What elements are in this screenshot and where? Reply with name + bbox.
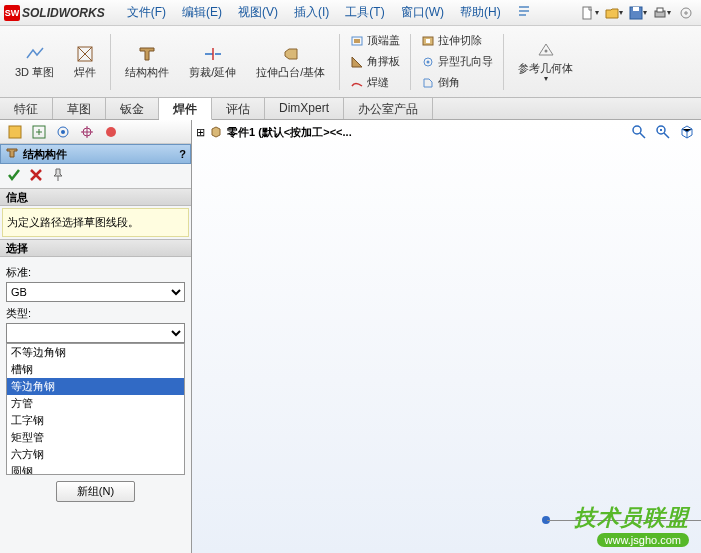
ribbon-end-cap[interactable]: 顶端盖 xyxy=(345,30,405,51)
save-button[interactable]: ▾ xyxy=(627,3,649,23)
dimxpert-tab[interactable] xyxy=(78,123,96,141)
ribbon-3d-sketch[interactable]: 3D 草图 xyxy=(6,31,63,93)
menu-insert[interactable]: 插入(I) xyxy=(286,0,337,25)
separator xyxy=(339,34,340,90)
cancel-button[interactable] xyxy=(28,167,44,186)
tree-expand-button[interactable]: ⊞ xyxy=(196,126,205,139)
ribbon-label: 参考几何体 xyxy=(518,62,573,74)
ribbon-extrude-boss[interactable]: 拉伸凸台/基体 xyxy=(247,31,334,93)
tab-office[interactable]: 办公室产品 xyxy=(344,98,433,119)
more-button[interactable] xyxy=(675,3,697,23)
ribbon-chamfer[interactable]: 倒角 xyxy=(416,72,498,93)
ribbon-label: 焊件 xyxy=(74,66,96,78)
zoom-fit-button[interactable] xyxy=(629,122,649,142)
new-group-button[interactable]: 新组(N) xyxy=(56,481,135,502)
ribbon-small-label: 焊缝 xyxy=(367,75,389,90)
menu-window[interactable]: 窗口(W) xyxy=(393,0,452,25)
svg-point-13 xyxy=(544,49,547,52)
display-manager-tab[interactable] xyxy=(102,123,120,141)
watermark: 技术员联盟 www.jsgho.com xyxy=(574,503,689,547)
pm-select-body: 标准: GB 类型: 不等边角钢槽钢等边角钢方管工字钢矩型管六方钢圆钢圆管 新组… xyxy=(0,257,191,512)
tab-sketch[interactable]: 草图 xyxy=(53,98,106,119)
body: 结构构件 ? 信息 为定义路径选择草图线段。 选择 标准: GB 类型: 不等边… xyxy=(0,120,701,553)
list-item[interactable]: 六方钢 xyxy=(7,446,184,463)
ribbon-gusset[interactable]: 角撑板 xyxy=(345,51,405,72)
pm-title: 结构构件 xyxy=(23,147,67,162)
standard-select[interactable]: GB xyxy=(6,282,185,302)
list-item[interactable]: 方管 xyxy=(7,395,184,412)
ribbon-structural-member[interactable]: 结构构件 xyxy=(116,31,178,93)
ribbon: 3D 草图 焊件 结构构件 剪裁/延伸 拉伸凸台/基体 顶端盖 角撑板 焊缝 拉… xyxy=(0,26,701,98)
weld-bead-icon xyxy=(350,76,364,90)
menu-help[interactable]: 帮助(H) xyxy=(452,0,509,25)
title-bar: SW SOLIDWORKS 文件(F) 编辑(E) 视图(V) 插入(I) 工具… xyxy=(0,0,701,26)
ribbon-small-label: 拉伸切除 xyxy=(438,33,482,48)
list-item[interactable]: 工字钢 xyxy=(7,412,184,429)
tab-dimxpert[interactable]: DimXpert xyxy=(265,98,344,119)
property-manager-tab[interactable] xyxy=(30,123,48,141)
ok-button[interactable] xyxy=(6,167,22,186)
svg-rect-0 xyxy=(583,7,591,19)
zoom-area-button[interactable] xyxy=(653,122,673,142)
ribbon-ref-geometry[interactable]: 参考几何体 ▾ xyxy=(509,31,582,93)
list-item[interactable]: 槽钢 xyxy=(7,361,184,378)
svg-rect-2 xyxy=(633,7,639,11)
tab-sheet-metal[interactable]: 钣金 xyxy=(106,98,159,119)
graphics-area[interactable]: ⊞ 零件1 (默认<按加工><<... 技术员联盟 www.jsgho.com xyxy=(192,120,701,553)
gusset-icon xyxy=(350,55,364,69)
list-item[interactable]: 不等边角钢 xyxy=(7,344,184,361)
ref-geom-icon xyxy=(536,40,556,60)
type-select[interactable] xyxy=(6,323,185,343)
pm-header: 结构构件 ? xyxy=(0,144,191,164)
app-logo: SW SOLIDWORKS xyxy=(0,5,109,21)
menu-file[interactable]: 文件(F) xyxy=(119,0,174,25)
menu-tools[interactable]: 工具(T) xyxy=(337,0,392,25)
extrude-icon xyxy=(281,44,301,64)
print-button[interactable]: ▾ xyxy=(651,3,673,23)
heads-up-view-toolbar xyxy=(629,122,697,142)
hole-wizard-icon xyxy=(421,55,435,69)
pm-controls xyxy=(0,164,191,188)
list-item[interactable]: 圆钢 xyxy=(7,463,184,475)
new-button[interactable]: ▾ xyxy=(579,3,601,23)
app-name: SOLIDWORKS xyxy=(22,6,105,20)
ribbon-weldment[interactable]: 焊件 xyxy=(65,31,105,93)
pm-info-header: 信息 xyxy=(0,188,191,206)
ribbon-small-label: 顶端盖 xyxy=(367,33,400,48)
command-tabs: 特征 草图 钣金 焊件 评估 DimXpert 办公室产品 xyxy=(0,98,701,120)
ribbon-extrude-cut[interactable]: 拉伸切除 xyxy=(416,30,498,51)
open-button[interactable]: ▾ xyxy=(603,3,625,23)
pm-help-button[interactable]: ? xyxy=(179,148,186,160)
ribbon-label: 结构构件 xyxy=(125,66,169,78)
ribbon-trim-extend[interactable]: 剪裁/延伸 xyxy=(180,31,245,93)
ribbon-label: 拉伸凸台/基体 xyxy=(256,66,325,78)
type-listbox[interactable]: 不等边角钢槽钢等边角钢方管工字钢矩型管六方钢圆钢圆管 xyxy=(6,343,185,475)
menu-overflow[interactable] xyxy=(509,0,539,25)
svg-point-12 xyxy=(427,60,430,63)
separator xyxy=(410,34,411,90)
feature-tree-tab[interactable] xyxy=(6,123,24,141)
ribbon-weld-bead[interactable]: 焊缝 xyxy=(345,72,405,93)
panel-tabs xyxy=(0,120,191,144)
menu-view[interactable]: 视图(V) xyxy=(230,0,286,25)
part-name[interactable]: 零件1 (默认<按加工><<... xyxy=(227,125,352,140)
svg-rect-14 xyxy=(9,126,21,138)
ribbon-hole-wizard[interactable]: 异型孔向导 xyxy=(416,51,498,72)
tab-evaluate[interactable]: 评估 xyxy=(212,98,265,119)
list-item[interactable]: 矩型管 xyxy=(7,429,184,446)
tab-features[interactable]: 特征 xyxy=(0,98,53,119)
sketch3d-icon xyxy=(25,44,45,64)
tab-weldments[interactable]: 焊件 xyxy=(159,98,212,120)
watermark-text: 技术员联盟 xyxy=(574,503,689,533)
chevron-down-icon: ▾ xyxy=(544,74,548,83)
view-orientation-button[interactable] xyxy=(677,122,697,142)
svg-point-17 xyxy=(61,130,65,134)
quick-access-toolbar: ▾ ▾ ▾ ▾ xyxy=(579,3,701,23)
pushpin-button[interactable] xyxy=(50,167,66,186)
solidworks-icon: SW xyxy=(4,5,20,21)
menu-edit[interactable]: 编辑(E) xyxy=(174,0,230,25)
pm-select-header: 选择 xyxy=(0,239,191,257)
config-manager-tab[interactable] xyxy=(54,123,72,141)
list-item[interactable]: 等边角钢 xyxy=(7,378,184,395)
trim-icon xyxy=(203,44,223,64)
